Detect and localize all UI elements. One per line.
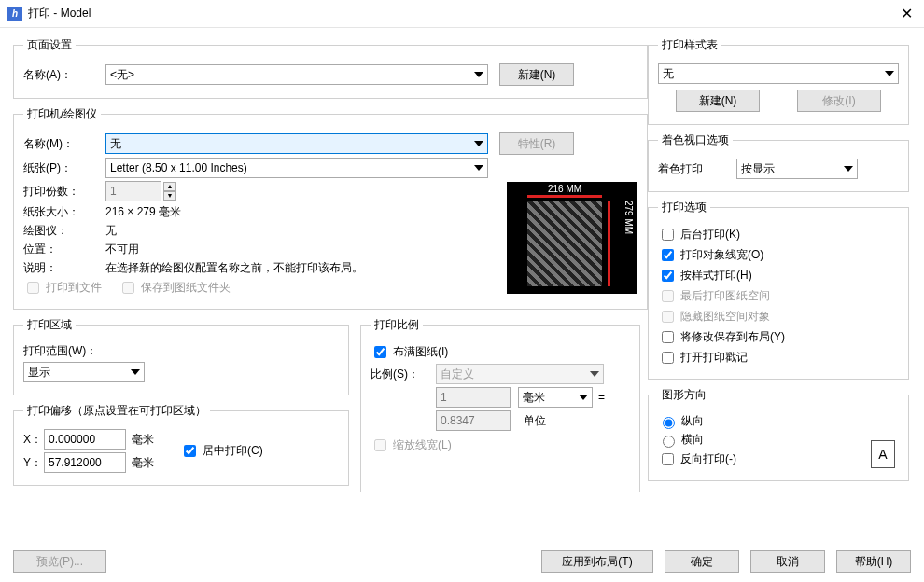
portrait-radio[interactable]: 纵向 — [658, 413, 704, 429]
opt-paperlast-checkbox: 最后打印图纸空间 — [658, 287, 770, 305]
papersize-label: 纸张大小： — [23, 204, 105, 220]
shade-select[interactable]: 按显示 — [736, 159, 858, 179]
upside-checkbox[interactable]: 反向打印(-) — [658, 450, 736, 468]
plotter-label: 绘图仪： — [23, 223, 105, 239]
desc-label: 说明： — [23, 260, 105, 276]
viewport-group: 着色视口选项 着色打印 按显示 — [648, 132, 909, 192]
desc-value: 在选择新的绘图仪配置名称之前，不能打印该布局。 — [105, 260, 363, 276]
plot-what-label: 打印范围(W)： — [23, 343, 105, 359]
preview-width-dim: 216 MM — [527, 184, 602, 194]
help-button[interactable]: 帮助(H) — [836, 550, 911, 573]
offset-y-unit: 毫米 — [132, 455, 154, 471]
plot-area-legend: 打印区域 — [23, 317, 76, 333]
scale-unit-label: 单位 — [524, 413, 546, 429]
plotter-value: 无 — [105, 223, 117, 239]
scale-select: 自定义 — [436, 364, 604, 384]
copies-spinner[interactable]: ▲▼ — [163, 182, 176, 201]
printer-props-button: 特性(R) — [499, 132, 574, 155]
cancel-button[interactable]: 取消 — [750, 550, 825, 573]
page-setup-group: 页面设置 名称(A)： <无> 新建(N) — [13, 37, 648, 99]
orientation-icon: A — [871, 440, 895, 468]
scale-equals: = — [598, 391, 605, 404]
copies-input — [105, 181, 161, 201]
orientation-group: 图形方向 纵向 横向 反向打印(-) A — [648, 387, 909, 481]
opt-bg-checkbox[interactable]: 后台打印(K) — [658, 226, 740, 243]
offset-x-unit: 毫米 — [132, 432, 154, 448]
printer-name-select[interactable]: 无 — [105, 133, 488, 154]
printer-name-label: 名称(M)： — [23, 136, 105, 152]
pagesetup-name-select[interactable]: <无> — [105, 64, 488, 85]
center-plot-checkbox[interactable]: 居中打印(C) — [180, 442, 263, 460]
papersize-value: 216 × 279 毫米 — [105, 204, 181, 220]
scale-unit-select[interactable]: 毫米 — [518, 387, 593, 408]
style-edit-button: 修改(I) — [797, 90, 881, 112]
shade-label: 着色打印 — [658, 161, 736, 177]
copies-label: 打印份数： — [23, 184, 105, 200]
window-title: 打印 - Model — [28, 6, 91, 21]
offset-y-input[interactable] — [44, 452, 126, 473]
scale-label: 比例(S)： — [371, 367, 436, 382]
plot-scale-legend: 打印比例 — [371, 317, 423, 333]
print-to-file-checkbox: 打印到文件 — [23, 279, 102, 297]
opt-lw-checkbox[interactable]: 打印对象线宽(O) — [658, 246, 763, 264]
printer-group: 打印机/绘图仪 名称(M)： 无 特性(R) 纸张(P)： Letter (8.… — [13, 106, 648, 310]
print-options-legend: 打印选项 — [658, 200, 710, 215]
paper-label: 纸张(P)： — [23, 160, 105, 176]
pagesetup-new-button[interactable]: 新建(N) — [499, 63, 574, 86]
apply-layout-button[interactable]: 应用到布局(T) — [541, 550, 653, 573]
plot-what-select[interactable]: 显示 — [23, 362, 145, 382]
style-table-select[interactable]: 无 — [658, 63, 899, 84]
app-icon: h — [7, 7, 22, 21]
opt-hidepaper-checkbox: 隐藏图纸空间对象 — [658, 308, 770, 326]
paper-select[interactable]: Letter (8.50 x 11.00 Inches) — [105, 158, 488, 178]
plot-area-group: 打印区域 打印范围(W)： 显示 — [13, 317, 349, 395]
style-new-button[interactable]: 新建(N) — [676, 90, 760, 112]
opt-styles-checkbox[interactable]: 按样式打印(H) — [658, 267, 752, 284]
style-table-legend: 打印样式表 — [658, 37, 721, 53]
ok-button[interactable]: 确定 — [665, 550, 739, 573]
fit-to-paper-checkbox[interactable]: 布满图纸(I) — [371, 343, 448, 361]
save-to-sheet-checkbox: 保存到图纸文件夹 — [119, 279, 231, 297]
landscape-radio[interactable]: 横向 — [658, 432, 704, 448]
where-value: 不可用 — [105, 242, 139, 257]
style-table-group: 打印样式表 无 新建(N) 修改(I) — [648, 37, 909, 125]
offset-x-label: X： — [23, 432, 44, 448]
preview-button: 预览(P)... — [13, 550, 106, 573]
plot-scale-group: 打印比例 布满图纸(I) 比例(S)： 自定义 毫米 = — [360, 317, 640, 492]
printer-legend: 打印机/绘图仪 — [23, 106, 101, 122]
dialog-button-bar: 预览(P)... 应用到布局(T) 确定 取消 帮助(H) — [13, 550, 911, 573]
title-bar: h 打印 - Model ✕ — [0, 0, 924, 28]
scale-lw-checkbox: 缩放线宽(L) — [371, 436, 452, 454]
scale-denom-input — [436, 410, 511, 431]
orientation-legend: 图形方向 — [658, 387, 710, 403]
opt-savelayout-checkbox[interactable]: 将修改保存到布局(Y) — [658, 328, 785, 346]
close-icon[interactable]: ✕ — [897, 5, 917, 22]
offset-x-input[interactable] — [44, 429, 126, 450]
viewport-legend: 着色视口选项 — [658, 132, 733, 148]
preview-height-dim: 279 MM — [623, 201, 634, 234]
offset-y-label: Y： — [23, 455, 44, 471]
plot-offset-legend: 打印偏移（原点设置在可打印区域） — [23, 403, 210, 419]
print-options-group: 打印选项 后台打印(K) 打印对象线宽(O) 按样式打印(H) 最后打印图纸空间… — [648, 200, 909, 380]
pagesetup-name-label: 名称(A)： — [23, 67, 105, 83]
scale-num-input — [436, 387, 511, 408]
page-setup-legend: 页面设置 — [23, 37, 76, 53]
plot-offset-group: 打印偏移（原点设置在可打印区域） X： 毫米 Y： 毫米 — [13, 403, 349, 486]
where-label: 位置： — [23, 242, 105, 257]
paper-preview: 216 MM 279 MM — [507, 182, 637, 294]
opt-stamp-checkbox[interactable]: 打开打印戳记 — [658, 349, 748, 367]
